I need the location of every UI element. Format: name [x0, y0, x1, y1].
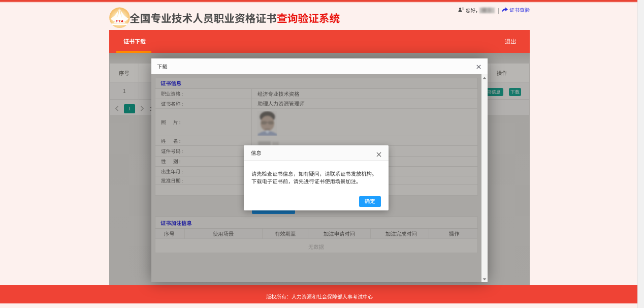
svg-text:PTA: PTA — [116, 19, 124, 23]
